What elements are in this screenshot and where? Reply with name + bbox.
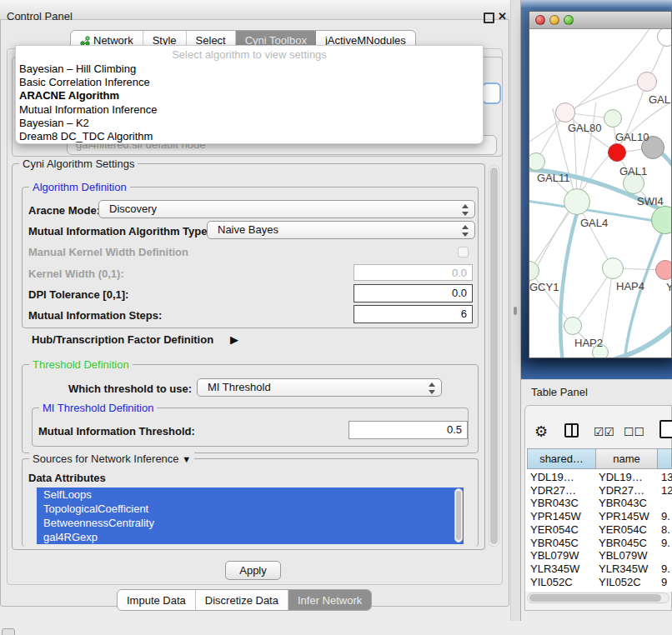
network-node-hap2[interactable]	[564, 317, 582, 335]
dpi-tolerance-field[interactable]: 0.0	[354, 284, 473, 302]
gear-icon[interactable]: ⚙	[534, 422, 548, 441]
table-cell: YBR045C	[530, 537, 579, 549]
mi-algorithm-type-select[interactable]: Naive Bayes	[207, 221, 475, 239]
table-cell: YBR045C	[599, 537, 647, 549]
expand-right-icon[interactable]: ▶	[230, 333, 238, 346]
column-header-name[interactable]: name	[595, 448, 658, 469]
node-label: Y	[666, 281, 671, 293]
table-cell: YPR145W	[599, 510, 649, 522]
new-table-icon[interactable]	[659, 420, 672, 438]
table-cell: YDL19…	[530, 471, 574, 483]
stepper-arrows-icon	[428, 382, 435, 394]
split-columns-icon[interactable]	[564, 423, 579, 438]
table-row[interactable]: YBL079WYBL079W	[525, 548, 672, 562]
table-row[interactable]: YIL052CYIL052C9	[525, 575, 672, 588]
control-panel-title: Control Panel	[7, 10, 73, 22]
network-node-gal[interactable]	[637, 72, 657, 92]
node-label: SWI4	[637, 195, 664, 208]
table-cell: YIL052C	[530, 576, 573, 588]
screen: Control Panel ✕ NetworkStyleSelectCyni T…	[0, 0, 672, 635]
dropdown-item[interactable]: Mutual Information Inference	[16, 103, 483, 117]
data-attribute-item[interactable]: TopologicalCoefficient	[37, 502, 464, 516]
table-cell: 12	[661, 484, 672, 497]
table-row[interactable]: YER054CYER054C8.	[525, 522, 672, 536]
hub-definition-toggle-label[interactable]: Hub/Transcription Factor Definition	[32, 333, 213, 346]
node-label: GAL1	[619, 165, 647, 178]
table-panel-titlebar[interactable]: Table Panel	[521, 379, 672, 405]
table-cell: YBR043C	[599, 497, 647, 509]
node-label: HAP4	[616, 280, 644, 292]
table-cell: 9.	[661, 537, 670, 549]
tab-discretize-data[interactable]: Discretize Data	[196, 590, 288, 610]
table-cell: YER054C	[599, 523, 647, 536]
mi-threshold-field[interactable]: 0.5	[349, 421, 468, 439]
column-header-partial[interactable]	[657, 448, 672, 469]
collapse-down-icon[interactable]: ▼	[182, 454, 191, 464]
aracne-mode-select[interactable]: Discovery	[98, 200, 475, 218]
aracne-mode-label: Aracne Mode:	[28, 204, 100, 217]
node-label: GAL10	[615, 131, 649, 143]
data-attribute-item[interactable]: gal4RGexp	[37, 530, 464, 544]
sources-title[interactable]: Sources for Network Inference ▼	[29, 452, 194, 465]
data-attribute-item[interactable]: BetweennessCentrality	[37, 516, 464, 530]
table-cell: YLR345W	[530, 562, 579, 575]
table-cell: YBL079W	[599, 549, 648, 562]
manual-kernel-width-checkbox[interactable]	[458, 247, 469, 258]
table-cell: YLR345W	[599, 562, 648, 575]
dropdown-item[interactable]: Bayesian – K2	[16, 117, 483, 130]
network-node-y[interactable]	[655, 260, 671, 280]
table-cell: YDL19…	[599, 471, 643, 483]
dropdown-item[interactable]: Dream8 DC_TDC Algorithm	[16, 130, 483, 143]
kernel-width-field[interactable]: 0.0	[354, 264, 473, 281]
select-all-checkboxes-icon[interactable]: ☑☑	[594, 425, 614, 438]
network-node-gal80[interactable]	[555, 102, 575, 122]
table-panel-title: Table Panel	[521, 380, 672, 405]
data-attributes-scrollbar[interactable]	[454, 488, 463, 542]
table-row[interactable]: YDR27…YDR27…12	[525, 483, 672, 497]
deselect-all-checkboxes-icon[interactable]: ☐☐	[624, 425, 644, 438]
table-cell: YDR27…	[530, 484, 576, 497]
table-cell: YER054C	[530, 523, 579, 536]
table-row[interactable]: YBR043CYBR043C	[525, 496, 672, 509]
node-label: GCY1	[529, 281, 559, 293]
table-row[interactable]: YDL19…YDL19…13	[525, 470, 672, 483]
network-view-window[interactable]: GALGAL80GAL10GAL1GAL11SWI4GAL4GCY1HAP4YH…	[529, 11, 672, 358]
collapsed-panel-stub[interactable]	[2, 628, 15, 635]
table-cell: 8.	[661, 523, 670, 536]
zoom-traffic-light-icon[interactable]	[564, 15, 574, 25]
mi-steps-field[interactable]: 6	[354, 305, 473, 323]
settings-scrollbar[interactable]	[489, 165, 499, 547]
network-window-titlebar[interactable]	[529, 12, 671, 29]
network-canvas[interactable]: GALGAL80GAL10GAL1GAL11SWI4GAL4GCY1HAP4YH…	[529, 29, 671, 358]
table-cell: 9.	[661, 562, 670, 575]
network-node-gal10[interactable]	[604, 109, 622, 128]
minimize-traffic-light-icon[interactable]	[549, 15, 559, 25]
divider-handle[interactable]	[514, 307, 517, 315]
apply-button[interactable]: Apply	[225, 561, 281, 580]
table-hscrollbar[interactable]	[527, 592, 669, 603]
which-threshold-select[interactable]: MI Threshold	[197, 378, 442, 397]
data-attribute-item[interactable]: SelfLoops	[37, 488, 464, 502]
control-panel-titlebar[interactable]	[0, 0, 509, 20]
sources-title-text: Sources for Network Inference	[33, 452, 179, 465]
dropdown-item[interactable]: Bayesian – Hill Climbing	[16, 62, 483, 76]
data-attributes-list[interactable]: SelfLoopsTopologicalCoefficientBetweenne…	[37, 488, 464, 544]
dropdown-item[interactable]: Basic Correlation Inference	[16, 76, 483, 89]
network-node-hap4[interactable]	[602, 258, 624, 279]
network-node-gal4[interactable]	[564, 188, 590, 215]
tab-infer-network[interactable]: Infer Network	[288, 590, 371, 610]
inference-algorithm-combo-fragment[interactable]	[482, 82, 501, 104]
table-row[interactable]: YBR045CYBR045C9.	[525, 536, 672, 549]
column-header-shared[interactable]: shared…	[527, 448, 596, 469]
node-label: GAL11	[537, 172, 570, 184]
table-cell: 13	[661, 471, 672, 483]
table-row[interactable]: YPR145WYPR145W9.	[525, 509, 672, 522]
network-node-gal1[interactable]	[608, 143, 626, 162]
float-window-icon[interactable]	[484, 12, 494, 23]
node-label: GAL4	[580, 217, 608, 229]
dropdown-item[interactable]: ARACNE Algorithm	[16, 89, 483, 102]
close-icon[interactable]: ✕	[498, 10, 507, 22]
table-row[interactable]: YLR345WYLR345W9.	[525, 562, 672, 575]
tab-impute-data[interactable]: Impute Data	[118, 590, 196, 610]
close-traffic-light-icon[interactable]	[535, 15, 545, 25]
